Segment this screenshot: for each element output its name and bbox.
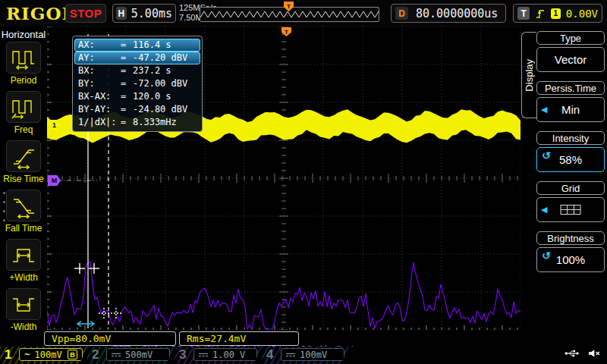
sidebar-item-fall-time[interactable]: Fall Time — [0, 190, 47, 239]
delay-box[interactable]: D 80.0000000us — [391, 4, 506, 23]
channel-1[interactable]: 1 ~ 100mV B — [0, 347, 87, 364]
left-arrow-icon: ◀ — [541, 105, 547, 115]
vpp-readout: Vpp=80.0mV — [44, 331, 176, 346]
cursor-row-bxax: BX-AX:=120.0 s — [74, 90, 200, 103]
cursor-row-byay: BY-AY:=-24.80 dBV — [74, 103, 200, 116]
freq-icon — [6, 91, 41, 123]
trigger-slope-rising-icon — [535, 8, 545, 19]
channel-4[interactable]: 4 100mV — [262, 347, 349, 364]
pos-width-icon — [6, 239, 41, 271]
ac-coupling-icon: ~ — [24, 351, 30, 359]
sidebar-item-neg-width[interactable]: -Width — [0, 288, 47, 337]
trigger-badge: T — [517, 7, 530, 20]
sidebar-item-period[interactable]: Period — [0, 42, 47, 91]
run-stop-button[interactable]: STOP — [65, 4, 106, 23]
sidebar-item-pos-width[interactable]: +Width — [0, 239, 47, 288]
neg-width-icon — [6, 288, 41, 320]
speaker-muted-icon — [588, 349, 601, 358]
menu-scroll-dots — [3, 192, 5, 221]
channel-2[interactable]: 2 500mV — [87, 347, 175, 364]
timebase-value: 5.00ms — [131, 7, 172, 20]
measure-menu-title: Horizontal — [0, 27, 47, 42]
usb-icon — [565, 349, 580, 358]
left-sidebar-measure-menu: Horizontal Period Freq Rise Time Fall Ti… — [0, 27, 47, 347]
rise-time-icon — [6, 140, 41, 172]
grid-icon — [560, 204, 581, 215]
display-menu-tab[interactable]: Display — [521, 32, 536, 118]
channel-3[interactable]: 3 1.00 V — [175, 347, 262, 364]
cursor-row-by: BY:=-72.00 dBV — [74, 77, 200, 90]
cursor-row-bx: BX:=237.2 s — [74, 64, 200, 77]
dc-coupling-icon — [199, 353, 208, 356]
left-arrow-icon: ◀ — [541, 205, 547, 215]
dc-coupling-icon — [112, 353, 121, 356]
timebase-box[interactable]: H 5.00ms — [112, 4, 176, 23]
menu-item-type[interactable]: Type Vector — [536, 31, 605, 75]
channel-status-bar: 1 ~ 100mV B 2 500mV 3 1.00 V 4 — [0, 347, 607, 364]
menu-item-grid[interactable]: Grid ◀ — [536, 181, 605, 225]
cursor-row-ay: AY:=-47.20 dBV — [74, 52, 200, 64]
run-state-label: STOP — [70, 7, 102, 20]
cursor-row-ax: AX:=116.4 s — [74, 39, 200, 52]
menu-item-persistence[interactable]: Persis.Time ◀ Min — [536, 81, 605, 125]
right-sidebar-display-menu: Display Type Vector Persis.Time ◀ Min In… — [521, 27, 607, 347]
menu-item-brightness[interactable]: Brightness ↺ 100% — [536, 231, 605, 275]
dial-icon: ↺ — [542, 249, 551, 262]
dc-coupling-icon — [286, 353, 295, 356]
delay-badge: D — [395, 7, 408, 20]
top-status-bar: RIGOL STOP H 5.00ms 125MSa/s 7.50M pts T… — [0, 0, 607, 28]
oscilloscope-screen: RIGOL STOP H 5.00ms 125MSa/s 7.50M pts T… — [0, 0, 607, 364]
sidebar-item-rise-time[interactable]: Rise Time — [0, 140, 47, 190]
delay-value: 80.0000000us — [416, 7, 498, 20]
trigger-level-value: 0.00V — [566, 8, 598, 20]
rms-readout: Rms=27.4mV — [179, 331, 299, 346]
sidebar-item-freq[interactable]: Freq — [0, 91, 47, 140]
horizontal-badge: H — [116, 7, 127, 20]
bandwidth-limit-icon: B — [68, 350, 77, 359]
trigger-box[interactable]: T 1 0.00V — [513, 4, 602, 23]
dial-icon: ↺ — [542, 149, 551, 162]
period-icon — [6, 42, 41, 74]
menu-item-intensity[interactable]: Intensity ↺ 58% — [536, 131, 605, 175]
cursor-row-freq: 1/|dX|:=8.333mHz — [74, 116, 200, 129]
trigger-source-badge: 1 — [551, 8, 561, 19]
fall-time-icon — [6, 190, 41, 221]
cursor-measurement-panel: AX:=116.4 s AY:=-47.20 dBV BX:=237.2 s B… — [72, 36, 203, 132]
